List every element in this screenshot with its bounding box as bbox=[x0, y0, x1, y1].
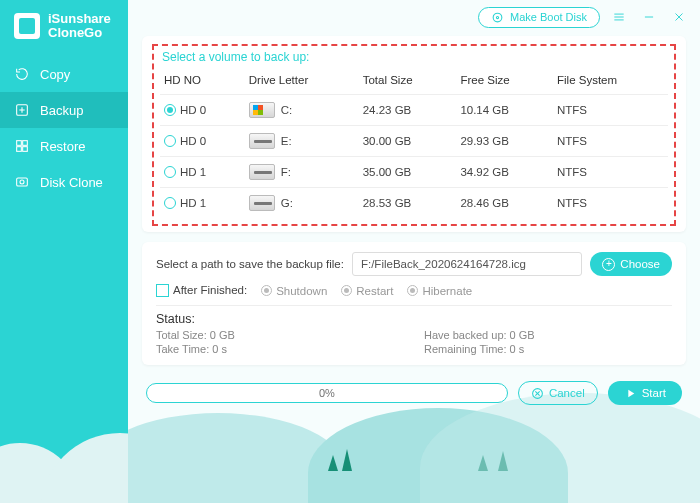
close-button[interactable] bbox=[668, 6, 690, 28]
opt-hibernate[interactable]: Hibernate bbox=[407, 285, 472, 297]
volume-row[interactable]: HD 0E:30.00 GB29.93 GBNTFS bbox=[160, 126, 668, 157]
volume-total: 35.00 GB bbox=[359, 157, 457, 188]
col-fs: File System bbox=[553, 68, 668, 95]
status-total: Total Size: 0 GB bbox=[156, 329, 404, 341]
volume-row[interactable]: HD 1G:28.53 GB28.46 GBNTFS bbox=[160, 188, 668, 219]
cancel-icon bbox=[531, 387, 544, 400]
disc-icon bbox=[491, 11, 504, 24]
restore-icon bbox=[14, 138, 30, 154]
volumes-panel: Select a volume to back up: HD NO Drive … bbox=[142, 36, 686, 232]
drive-icon bbox=[249, 133, 275, 149]
svg-point-6 bbox=[20, 180, 24, 184]
svg-rect-5 bbox=[17, 178, 28, 186]
disk-clone-icon bbox=[14, 174, 30, 190]
opt-hibernate-label: Hibernate bbox=[422, 285, 472, 297]
opt-shutdown[interactable]: Shutdown bbox=[261, 285, 327, 297]
volume-letter: C: bbox=[281, 104, 293, 116]
svg-rect-3 bbox=[17, 147, 22, 152]
volume-letter: F: bbox=[281, 166, 291, 178]
app-title: iSunshare CloneGo bbox=[48, 12, 111, 40]
volume-fs: NTFS bbox=[553, 126, 668, 157]
nav-backup[interactable]: Backup bbox=[0, 92, 128, 128]
bottom-bar: 0% Cancel Start bbox=[128, 373, 700, 417]
choose-label: Choose bbox=[620, 258, 660, 270]
app-window: iSunshare CloneGo Copy Backup bbox=[0, 0, 700, 503]
backup-path-input[interactable] bbox=[352, 252, 582, 276]
status-remaining: Remaining Time: 0 s bbox=[424, 343, 672, 355]
opt-restart[interactable]: Restart bbox=[341, 285, 393, 297]
nav-restore-label: Restore bbox=[40, 139, 86, 154]
radio-icon bbox=[261, 285, 272, 296]
volume-free: 29.93 GB bbox=[456, 126, 553, 157]
nav: Copy Backup Restore Disk Clone bbox=[0, 56, 128, 200]
path-label: Select a path to save the backup file: bbox=[156, 258, 344, 270]
cancel-label: Cancel bbox=[549, 387, 585, 399]
opt-restart-label: Restart bbox=[356, 285, 393, 297]
progress-bar: 0% bbox=[146, 383, 508, 403]
volume-total: 30.00 GB bbox=[359, 126, 457, 157]
volume-hdno: HD 0 bbox=[180, 104, 206, 116]
svg-rect-4 bbox=[23, 147, 28, 152]
make-boot-disk-label: Make Boot Disk bbox=[510, 11, 587, 23]
after-finished-label: After Finished: bbox=[173, 284, 247, 296]
nav-backup-label: Backup bbox=[40, 103, 83, 118]
volume-free: 34.92 GB bbox=[456, 157, 553, 188]
volume-radio[interactable] bbox=[164, 166, 176, 178]
progress-label: 0% bbox=[319, 387, 335, 399]
after-finished-checkbox[interactable]: After Finished: bbox=[156, 284, 247, 297]
drive-icon bbox=[249, 164, 275, 180]
logo-icon bbox=[14, 13, 40, 39]
svg-point-7 bbox=[493, 13, 502, 22]
sidebar-decoration bbox=[0, 383, 128, 503]
volume-row[interactable]: HD 0C:24.23 GB10.14 GBNTFS bbox=[160, 95, 668, 126]
app-logo: iSunshare CloneGo bbox=[0, 0, 128, 50]
col-hdno: HD NO bbox=[160, 68, 245, 95]
choose-button[interactable]: + Choose bbox=[590, 252, 672, 276]
sidebar: iSunshare CloneGo Copy Backup bbox=[0, 0, 128, 503]
status-take: Take Time: 0 s bbox=[156, 343, 404, 355]
options-panel: Select a path to save the backup file: +… bbox=[142, 242, 686, 365]
minimize-button[interactable] bbox=[638, 6, 660, 28]
svg-point-8 bbox=[496, 16, 498, 18]
drive-icon bbox=[249, 195, 275, 211]
volume-fs: NTFS bbox=[553, 188, 668, 219]
nav-restore[interactable]: Restore bbox=[0, 128, 128, 164]
volume-radio[interactable] bbox=[164, 197, 176, 209]
path-row: Select a path to save the backup file: +… bbox=[156, 252, 672, 276]
nav-disk-clone-label: Disk Clone bbox=[40, 175, 103, 190]
status-title: Status: bbox=[156, 312, 672, 326]
volumes-highlight: Select a volume to back up: HD NO Drive … bbox=[152, 44, 676, 226]
cancel-button[interactable]: Cancel bbox=[518, 381, 598, 405]
volume-radio[interactable] bbox=[164, 135, 176, 147]
volume-hdno: HD 0 bbox=[180, 135, 206, 147]
volume-radio[interactable] bbox=[164, 104, 176, 116]
after-finished-row: After Finished: Shutdown Restart Hiberna… bbox=[156, 284, 672, 297]
volume-letter: E: bbox=[281, 135, 292, 147]
col-letter: Drive Letter bbox=[245, 68, 359, 95]
volume-hdno: HD 1 bbox=[180, 197, 206, 209]
nav-copy[interactable]: Copy bbox=[0, 56, 128, 92]
volume-fs: NTFS bbox=[553, 157, 668, 188]
drive-icon bbox=[249, 102, 275, 118]
make-boot-disk-button[interactable]: Make Boot Disk bbox=[478, 7, 600, 28]
svg-rect-2 bbox=[23, 141, 28, 146]
opt-shutdown-label: Shutdown bbox=[276, 285, 327, 297]
volumes-table: HD NO Drive Letter Total Size Free Size … bbox=[160, 68, 668, 218]
status-backed: Have backed up: 0 GB bbox=[424, 329, 672, 341]
settings-button[interactable] bbox=[608, 6, 630, 28]
volume-free: 10.14 GB bbox=[456, 95, 553, 126]
svg-rect-1 bbox=[17, 141, 22, 146]
volume-total: 24.23 GB bbox=[359, 95, 457, 126]
col-total: Total Size bbox=[359, 68, 457, 95]
main-area: Make Boot Disk Select a volume to back u… bbox=[128, 0, 700, 503]
volume-row[interactable]: HD 1F:35.00 GB34.92 GBNTFS bbox=[160, 157, 668, 188]
volumes-title: Select a volume to back up: bbox=[162, 50, 668, 64]
nav-copy-label: Copy bbox=[40, 67, 70, 82]
col-free: Free Size bbox=[456, 68, 553, 95]
plus-icon: + bbox=[602, 258, 615, 271]
nav-disk-clone[interactable]: Disk Clone bbox=[0, 164, 128, 200]
start-button[interactable]: Start bbox=[608, 381, 682, 405]
radio-icon bbox=[407, 285, 418, 296]
radio-icon bbox=[341, 285, 352, 296]
copy-icon bbox=[14, 66, 30, 82]
